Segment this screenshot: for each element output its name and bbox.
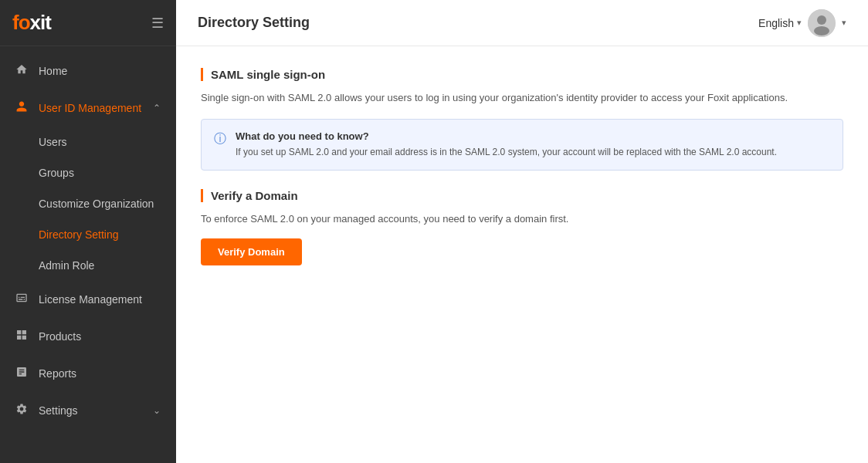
language-chevron-icon: ▾ [797, 18, 802, 28]
avatar[interactable] [808, 9, 836, 37]
language-label: English [758, 17, 794, 29]
verify-section-description: To enforce SAML 2.0 on your managed acco… [201, 211, 843, 228]
products-icon [15, 329, 29, 344]
sidebar-item-users[interactable]: Users [0, 127, 176, 157]
sidebar-item-customize-org-label: Customize Organization [39, 198, 154, 210]
sidebar-item-home-label: Home [39, 65, 67, 77]
sidebar-item-license-management-label: License Management [39, 293, 142, 306]
header-right: English ▾ ▾ [758, 9, 846, 37]
info-box-text: If you set up SAML 2.0 and your email ad… [236, 145, 777, 159]
sidebar-item-products-label: Products [39, 330, 81, 343]
avatar-chevron-icon[interactable]: ▾ [842, 18, 846, 28]
sidebar-item-user-id-management-label: User ID Management [39, 102, 141, 114]
saml-section-description: Single sign-on with SAML 2.0 allows your… [201, 90, 843, 106]
svg-point-2 [814, 26, 829, 35]
hamburger-icon[interactable]: ☰ [151, 15, 164, 32]
page-title: Directory Setting [198, 15, 310, 31]
sidebar-item-license-management[interactable]: License Management [0, 281, 176, 318]
reports-icon [15, 366, 29, 381]
license-icon [15, 292, 29, 307]
svg-point-1 [817, 15, 826, 25]
sidebar-item-admin-role-label: Admin Role [39, 259, 94, 272]
sidebar-item-settings[interactable]: Settings ⌄ [0, 392, 176, 429]
sidebar-item-settings-label: Settings [39, 404, 78, 417]
sidebar-item-groups-label: Groups [39, 167, 74, 179]
user-id-management-submenu: Users Groups Customize Organization Dire… [0, 127, 176, 281]
sidebar-item-products[interactable]: Products [0, 318, 176, 355]
info-box: ⓘ What do you need to know? If you set u… [201, 119, 843, 171]
user-icon [15, 100, 29, 116]
verify-domain-button[interactable]: Verify Domain [201, 238, 302, 265]
sidebar-item-users-label: Users [39, 136, 67, 148]
sidebar-nav: Home User ID Management ⌃ Users Groups C… [0, 46, 176, 463]
sidebar-item-customize-org[interactable]: Customize Organization [0, 188, 176, 219]
settings-icon [15, 403, 29, 418]
sidebar-item-user-id-management[interactable]: User ID Management ⌃ [0, 90, 176, 127]
sidebar-item-admin-role[interactable]: Admin Role [0, 250, 176, 281]
sidebar-logo: foxit ☰ [0, 0, 176, 46]
verify-section: Verify a Domain To enforce SAML 2.0 on y… [201, 189, 843, 265]
info-icon: ⓘ [214, 131, 228, 147]
info-box-title: What do you need to know? [236, 130, 777, 142]
home-icon [15, 63, 29, 79]
main-content: Directory Setting English ▾ ▾ SAML singl… [176, 0, 868, 463]
sidebar-item-home[interactable]: Home [0, 52, 176, 90]
sidebar-item-directory-setting-label: Directory Setting [39, 228, 118, 241]
sidebar-item-reports-label: Reports [39, 367, 76, 380]
verify-section-title: Verify a Domain [201, 189, 843, 202]
page-content: SAML single sign-on Single sign-on with … [176, 46, 868, 463]
chevron-down-icon: ⌄ [153, 405, 161, 416]
sidebar-item-reports[interactable]: Reports [0, 355, 176, 392]
sidebar-item-directory-setting[interactable]: Directory Setting [0, 219, 176, 250]
chevron-up-icon: ⌃ [153, 103, 161, 113]
logo: foxit [12, 11, 51, 35]
saml-section-title: SAML single sign-on [201, 68, 843, 81]
language-selector[interactable]: English ▾ [758, 17, 802, 29]
sidebar: foxit ☰ Home User ID Management ⌃ Users … [0, 0, 176, 463]
header: Directory Setting English ▾ ▾ [176, 0, 868, 46]
sidebar-item-groups[interactable]: Groups [0, 157, 176, 188]
info-content: What do you need to know? If you set up … [236, 130, 777, 159]
